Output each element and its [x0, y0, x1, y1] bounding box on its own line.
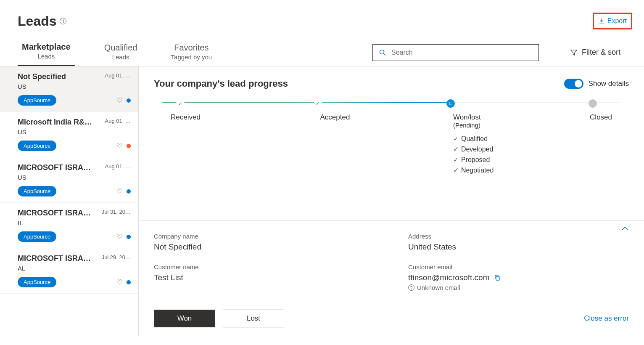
source-badge: AppSource: [18, 277, 56, 287]
show-details-wrap: Show details: [564, 79, 629, 89]
won-button[interactable]: Won: [154, 310, 215, 327]
customer-label: Customer name: [154, 263, 375, 271]
tab-favorites[interactable]: Favorites Tagged by you: [167, 40, 216, 66]
show-details-toggle[interactable]: [564, 79, 583, 89]
question-icon: ?: [408, 284, 414, 291]
source-badge: AppSource: [18, 141, 56, 151]
email-label: Customer email: [408, 263, 629, 271]
email-value: tfinson@microsoft.com: [408, 273, 490, 282]
company-value: Not Specified: [154, 242, 375, 252]
heart-icon[interactable]: ♡: [116, 233, 122, 241]
search-input-wrap[interactable]: [372, 44, 539, 61]
customer-value: Test List: [154, 273, 375, 282]
heart-icon[interactable]: ♡: [116, 96, 122, 104]
leads-list[interactable]: Not Specified Aug 01, … US AppSource ♡ M…: [0, 66, 139, 336]
lead-name: MICROSOFT ISRAE…: [18, 254, 93, 263]
search-input[interactable]: [391, 49, 533, 56]
page-title: Leads: [18, 13, 56, 29]
filter-icon: [570, 49, 578, 56]
heart-icon[interactable]: ♡: [116, 187, 122, 195]
sub-stage-item: ✓Negotiated: [453, 166, 494, 174]
copy-icon[interactable]: [494, 274, 501, 281]
lead-location: US: [18, 128, 131, 135]
chevron-up-icon[interactable]: [621, 226, 629, 231]
detail-panel: Your company's lead progress Show detail…: [139, 66, 644, 336]
lead-date: Aug 01, …: [105, 118, 131, 124]
address-label: Address: [408, 233, 629, 240]
tab-qualified[interactable]: Qualified Leads: [100, 40, 142, 66]
search-icon: [379, 49, 386, 56]
status-dot: [127, 235, 131, 239]
close-as-error-link[interactable]: Close as error: [584, 314, 629, 323]
lead-date: Jul 31, 20…: [102, 209, 131, 215]
export-label: Export: [607, 17, 627, 25]
lead-location: IL: [18, 219, 131, 226]
page-title-wrap: Leads i: [18, 13, 66, 29]
tab-marketplace[interactable]: Marketplace Leads: [18, 39, 75, 66]
export-button[interactable]: Export: [593, 13, 632, 29]
status-dot: [127, 98, 131, 103]
lost-button[interactable]: Lost: [223, 310, 284, 327]
lead-date: Aug 01, …: [105, 163, 131, 170]
lead-location: US: [18, 174, 131, 181]
source-badge: AppSource: [18, 95, 56, 106]
tabs-row: Marketplace Leads Qualified Leads Favori…: [0, 39, 644, 66]
svg-rect-1: [496, 276, 499, 280]
company-label: Company name: [154, 233, 375, 240]
progress-fill: [162, 102, 451, 103]
progress-bar: ✓ ✓ L: [162, 102, 620, 103]
list-item[interactable]: MICROSOFT ISRAE… Jul 31, 20… IL AppSourc…: [0, 203, 138, 248]
lead-location: US: [18, 83, 131, 90]
status-dot: [127, 144, 131, 148]
lead-name: Microsoft India R&…: [18, 118, 92, 127]
list-item[interactable]: MICROSOFT ISRAE… Aug 01, … US AppSource …: [0, 157, 138, 203]
stage-marker-received: ✓: [176, 99, 185, 108]
lead-date: Jul 29, 20…: [102, 254, 131, 260]
progress-title: Your company's lead progress: [154, 78, 288, 89]
status-dot: [127, 189, 131, 194]
stage-marker-accepted: ✓: [314, 99, 322, 108]
lead-name: MICROSOFT ISRAE…: [18, 163, 93, 172]
lead-name: MICROSOFT ISRAE…: [18, 209, 93, 218]
sub-stage-item: ✓Qualified: [453, 135, 494, 143]
info-icon[interactable]: i: [60, 18, 66, 24]
list-item[interactable]: MICROSOFT ISRAE… Jul 29, 20… AL AppSourc…: [0, 248, 138, 294]
sub-stage-item: ✓Developed: [453, 145, 494, 153]
list-item[interactable]: Not Specified Aug 01, … US AppSource ♡: [0, 66, 138, 112]
lead-name: Not Specified: [18, 72, 66, 81]
stage-marker-wonlost: L: [446, 99, 455, 108]
address-value: United States: [408, 242, 629, 252]
status-dot: [127, 280, 131, 284]
sub-stage-item: ✓Proposed: [453, 156, 494, 164]
source-badge: AppSource: [18, 231, 56, 242]
source-badge: AppSource: [18, 186, 56, 196]
lead-date: Aug 01, …: [105, 72, 131, 79]
filter-sort-button[interactable]: Filter & sort: [564, 48, 626, 57]
show-details-label: Show details: [589, 80, 629, 88]
stage-marker-closed: [589, 99, 597, 108]
svg-point-0: [380, 50, 384, 54]
heart-icon[interactable]: ♡: [116, 142, 122, 150]
heart-icon[interactable]: ♡: [116, 278, 122, 286]
lead-location: AL: [18, 265, 131, 272]
download-icon: [598, 18, 605, 24]
list-item[interactable]: Microsoft India R&… Aug 01, … US AppSour…: [0, 112, 138, 157]
